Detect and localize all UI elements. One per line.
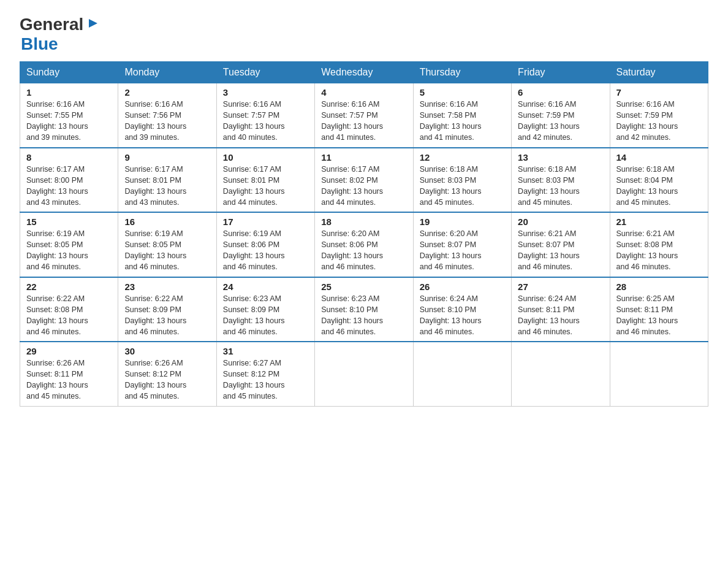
calendar-day-cell: 1 Sunrise: 6:16 AMSunset: 7:55 PMDayligh… xyxy=(20,83,118,148)
day-number: 13 xyxy=(518,152,603,163)
day-info: Sunrise: 6:24 AMSunset: 8:11 PMDaylight:… xyxy=(518,294,580,336)
calendar-day-cell: 27 Sunrise: 6:24 AMSunset: 8:11 PMDaylig… xyxy=(512,277,610,342)
calendar-day-cell: 13 Sunrise: 6:18 AMSunset: 8:03 PMDaylig… xyxy=(512,148,610,213)
calendar-day-cell: 19 Sunrise: 6:20 AMSunset: 8:07 PMDaylig… xyxy=(413,212,511,277)
day-info: Sunrise: 6:19 AMSunset: 8:06 PMDaylight:… xyxy=(223,229,285,271)
day-number: 15 xyxy=(26,216,112,227)
logo: General Blue xyxy=(20,15,99,54)
day-info: Sunrise: 6:19 AMSunset: 8:05 PMDaylight:… xyxy=(124,229,186,271)
day-info: Sunrise: 6:20 AMSunset: 8:07 PMDaylight:… xyxy=(420,229,482,271)
calendar-day-cell: 28 Sunrise: 6:25 AMSunset: 8:11 PMDaylig… xyxy=(610,277,708,342)
day-info: Sunrise: 6:27 AMSunset: 8:12 PMDaylight:… xyxy=(223,359,285,400)
day-info: Sunrise: 6:24 AMSunset: 8:10 PMDaylight:… xyxy=(420,294,482,336)
calendar-day-cell: 6 Sunrise: 6:16 AMSunset: 7:59 PMDayligh… xyxy=(512,83,610,148)
calendar-day-cell: 29 Sunrise: 6:26 AMSunset: 8:11 PMDaylig… xyxy=(20,342,118,406)
calendar-day-cell: 20 Sunrise: 6:21 AMSunset: 8:07 PMDaylig… xyxy=(512,212,610,277)
day-number: 24 xyxy=(223,282,308,292)
day-number: 12 xyxy=(420,152,505,163)
day-info: Sunrise: 6:17 AMSunset: 8:01 PMDaylight:… xyxy=(124,165,186,207)
calendar-week-row: 8 Sunrise: 6:17 AMSunset: 8:00 PMDayligh… xyxy=(20,148,708,213)
calendar-day-cell xyxy=(610,342,708,406)
calendar-day-cell: 16 Sunrise: 6:19 AMSunset: 8:05 PMDaylig… xyxy=(118,212,216,277)
day-info: Sunrise: 6:17 AMSunset: 8:02 PMDaylight:… xyxy=(321,165,383,207)
calendar-day-cell: 3 Sunrise: 6:16 AMSunset: 7:57 PMDayligh… xyxy=(216,83,314,148)
day-info: Sunrise: 6:16 AMSunset: 7:57 PMDaylight:… xyxy=(223,100,285,142)
calendar-day-cell: 21 Sunrise: 6:21 AMSunset: 8:08 PMDaylig… xyxy=(610,212,708,277)
day-number: 22 xyxy=(26,282,112,292)
day-info: Sunrise: 6:19 AMSunset: 8:05 PMDaylight:… xyxy=(26,229,88,271)
day-number: 28 xyxy=(616,282,702,292)
day-info: Sunrise: 6:18 AMSunset: 8:03 PMDaylight:… xyxy=(420,165,482,207)
logo-general: General xyxy=(20,15,83,34)
calendar-day-cell: 2 Sunrise: 6:16 AMSunset: 7:56 PMDayligh… xyxy=(118,83,216,148)
day-number: 26 xyxy=(420,282,505,292)
day-info: Sunrise: 6:21 AMSunset: 8:07 PMDaylight:… xyxy=(518,229,580,271)
calendar-day-cell: 15 Sunrise: 6:19 AMSunset: 8:05 PMDaylig… xyxy=(20,212,118,277)
day-number: 9 xyxy=(124,152,210,163)
calendar-day-cell: 7 Sunrise: 6:16 AMSunset: 7:59 PMDayligh… xyxy=(610,83,708,148)
day-number: 27 xyxy=(518,282,603,292)
day-number: 5 xyxy=(420,87,505,98)
calendar-day-cell xyxy=(413,342,511,406)
day-number: 7 xyxy=(616,87,702,98)
day-info: Sunrise: 6:23 AMSunset: 8:10 PMDaylight:… xyxy=(321,294,383,336)
day-info: Sunrise: 6:22 AMSunset: 8:08 PMDaylight:… xyxy=(26,294,88,336)
day-info: Sunrise: 6:26 AMSunset: 8:12 PMDaylight:… xyxy=(124,359,186,400)
day-number: 11 xyxy=(321,152,406,163)
day-info: Sunrise: 6:22 AMSunset: 8:09 PMDaylight:… xyxy=(124,294,186,336)
calendar-day-cell: 10 Sunrise: 6:17 AMSunset: 8:01 PMDaylig… xyxy=(216,148,314,213)
svg-marker-0 xyxy=(89,19,97,28)
weekday-header-monday: Monday xyxy=(118,62,216,83)
day-number: 29 xyxy=(26,346,112,356)
calendar-week-row: 1 Sunrise: 6:16 AMSunset: 7:55 PMDayligh… xyxy=(20,83,708,148)
day-info: Sunrise: 6:18 AMSunset: 8:03 PMDaylight:… xyxy=(518,165,580,207)
day-info: Sunrise: 6:17 AMSunset: 8:00 PMDaylight:… xyxy=(26,165,88,207)
day-number: 21 xyxy=(616,216,702,227)
day-info: Sunrise: 6:18 AMSunset: 8:04 PMDaylight:… xyxy=(616,165,678,207)
day-number: 8 xyxy=(26,152,112,163)
day-info: Sunrise: 6:21 AMSunset: 8:08 PMDaylight:… xyxy=(616,229,678,271)
weekday-header-row: SundayMondayTuesdayWednesdayThursdayFrid… xyxy=(20,62,708,83)
day-number: 3 xyxy=(223,87,308,98)
calendar-day-cell: 4 Sunrise: 6:16 AMSunset: 7:57 PMDayligh… xyxy=(315,83,413,148)
page-header: General Blue xyxy=(20,15,708,54)
weekday-header-thursday: Thursday xyxy=(413,62,511,83)
day-number: 6 xyxy=(518,87,603,98)
day-info: Sunrise: 6:16 AMSunset: 7:59 PMDaylight:… xyxy=(616,100,678,142)
calendar-day-cell: 25 Sunrise: 6:23 AMSunset: 8:10 PMDaylig… xyxy=(315,277,413,342)
day-info: Sunrise: 6:16 AMSunset: 7:55 PMDaylight:… xyxy=(26,100,88,142)
day-number: 16 xyxy=(124,216,210,227)
weekday-header-saturday: Saturday xyxy=(610,62,708,83)
day-info: Sunrise: 6:20 AMSunset: 8:06 PMDaylight:… xyxy=(321,229,383,271)
day-info: Sunrise: 6:16 AMSunset: 7:56 PMDaylight:… xyxy=(124,100,186,142)
day-number: 17 xyxy=(223,216,308,227)
weekday-header-sunday: Sunday xyxy=(20,62,118,83)
calendar-day-cell: 12 Sunrise: 6:18 AMSunset: 8:03 PMDaylig… xyxy=(413,148,511,213)
day-info: Sunrise: 6:25 AMSunset: 8:11 PMDaylight:… xyxy=(616,294,678,336)
calendar-day-cell: 30 Sunrise: 6:26 AMSunset: 8:12 PMDaylig… xyxy=(118,342,216,406)
day-info: Sunrise: 6:23 AMSunset: 8:09 PMDaylight:… xyxy=(223,294,285,336)
calendar-day-cell: 17 Sunrise: 6:19 AMSunset: 8:06 PMDaylig… xyxy=(216,212,314,277)
calendar-day-cell: 18 Sunrise: 6:20 AMSunset: 8:06 PMDaylig… xyxy=(315,212,413,277)
calendar-day-cell: 9 Sunrise: 6:17 AMSunset: 8:01 PMDayligh… xyxy=(118,148,216,213)
logo-blue: Blue xyxy=(21,34,58,53)
day-info: Sunrise: 6:16 AMSunset: 7:59 PMDaylight:… xyxy=(518,100,580,142)
day-number: 25 xyxy=(321,282,406,292)
calendar-day-cell: 23 Sunrise: 6:22 AMSunset: 8:09 PMDaylig… xyxy=(118,277,216,342)
day-number: 19 xyxy=(420,216,505,227)
day-number: 1 xyxy=(26,87,112,98)
day-number: 30 xyxy=(124,346,210,356)
calendar-day-cell: 11 Sunrise: 6:17 AMSunset: 8:02 PMDaylig… xyxy=(315,148,413,213)
day-info: Sunrise: 6:17 AMSunset: 8:01 PMDaylight:… xyxy=(223,165,285,207)
day-number: 2 xyxy=(124,87,210,98)
calendar-day-cell: 8 Sunrise: 6:17 AMSunset: 8:00 PMDayligh… xyxy=(20,148,118,213)
calendar-day-cell: 26 Sunrise: 6:24 AMSunset: 8:10 PMDaylig… xyxy=(413,277,511,342)
calendar-day-cell: 22 Sunrise: 6:22 AMSunset: 8:08 PMDaylig… xyxy=(20,277,118,342)
day-info: Sunrise: 6:26 AMSunset: 8:11 PMDaylight:… xyxy=(26,359,88,400)
day-number: 14 xyxy=(616,152,702,163)
day-number: 18 xyxy=(321,216,406,227)
calendar-day-cell: 5 Sunrise: 6:16 AMSunset: 7:58 PMDayligh… xyxy=(413,83,511,148)
day-number: 31 xyxy=(223,346,308,356)
day-number: 4 xyxy=(321,87,406,98)
calendar-day-cell xyxy=(512,342,610,406)
